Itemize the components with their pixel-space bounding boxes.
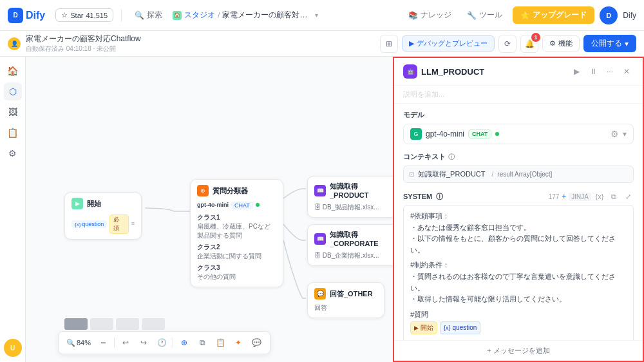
sidebar-item-home[interactable]: 🏠: [4, 62, 22, 80]
paste-button[interactable]: 📋: [212, 334, 229, 351]
secnav-right: ⊞ ▶ デバッグとプレビュー ⟳ 🔔 1 ⚙ 機能 公開する ▾: [380, 35, 636, 53]
upgrade-button[interactable]: ⭐ アップグレード: [513, 6, 594, 24]
sidebar-item-settings[interactable]: ⚙: [4, 144, 22, 162]
zoom-decrease-button[interactable]: −: [95, 334, 111, 351]
answer-other-header: 💬 回答_OTHER: [314, 288, 377, 300]
prompt-line-3: ・以下の情報をもとに、顧客からの質問に対して回答してください。: [410, 233, 627, 256]
logo[interactable]: D Dify: [8, 8, 45, 23]
copy-prompt-btn[interactable]: ⧉: [608, 191, 620, 202]
knowledge-label: ナレッジ: [421, 10, 451, 21]
toolbar-sep-2: [173, 338, 173, 348]
context-section-title: コンテキスト ⓘ: [403, 152, 634, 162]
mini-node-3: [116, 318, 139, 330]
model-selector[interactable]: G gpt-4o-mini CHAT ⚙ ▾: [403, 124, 634, 144]
panel-description[interactable]: 説明を追加...: [394, 86, 643, 104]
studio-icon: 🏠: [173, 11, 182, 20]
breadcrumb-current[interactable]: 家電メーカーの顧客対応C...: [222, 10, 312, 21]
sidebar-item-image[interactable]: 🖼: [4, 103, 22, 121]
more-button[interactable]: ···: [603, 64, 617, 79]
grid-icon-btn[interactable]: ⊞: [380, 35, 398, 53]
start-node-header: ▶ 開始: [71, 198, 135, 209]
tools-button[interactable]: 🔧 ツール: [462, 7, 507, 23]
tag-start-icon: ▶: [414, 323, 419, 332]
undo-button[interactable]: ↩: [117, 334, 134, 351]
publish-label: 公開する: [591, 38, 622, 49]
studio-link[interactable]: 🏠 スタジオ: [173, 10, 215, 21]
breadcrumb-separator: /: [218, 11, 220, 20]
user-avatar[interactable]: D: [600, 6, 618, 24]
publish-button[interactable]: 公開する ▾: [583, 35, 636, 52]
secondary-navigation: 👤 家電メーカーの顧客対応Chatflow 自動保存済み 04:10:18 · …: [0, 31, 644, 57]
var-icon: {x}: [75, 222, 80, 227]
canvas-area[interactable]: ▶ 開始 {x} question 必須 ≡ ⊕ 質問分類器 gpt-4o-mi…: [26, 57, 393, 362]
highlight-button[interactable]: ✦: [230, 334, 247, 351]
context-item[interactable]: ⊡ 知識取得_PRODUCT / result Array[Object]: [403, 166, 634, 183]
prompt-line-1: #依頼事項：: [410, 211, 627, 222]
breadcrumb: 🏠 スタジオ / 家電メーカーの顧客対応C... ▾: [173, 10, 318, 21]
logo-icon: D: [8, 8, 23, 23]
explore-button[interactable]: 🔍 探索: [129, 7, 167, 23]
comment-button[interactable]: 💬: [248, 334, 265, 351]
star-button[interactable]: ☆ Star 41,515: [55, 8, 113, 22]
sidebar-user-avatar[interactable]: U: [4, 339, 22, 357]
system-prompt-box[interactable]: #依頼事項： ・あなたは優秀な顧客窓口担当です。 ・以下の情報をもとに、顧客から…: [403, 205, 634, 340]
user-name[interactable]: Dify: [623, 11, 636, 20]
redo-button[interactable]: ↪: [135, 334, 152, 351]
feature-button[interactable]: ⚙ 機能: [542, 35, 580, 52]
close-button[interactable]: ✕: [620, 64, 634, 79]
answer-other-title: 回答_OTHER: [330, 289, 373, 299]
copy-button[interactable]: ⧉: [194, 334, 211, 351]
context-result: result Array[Object]: [497, 171, 552, 178]
workflow-title-group: 家電メーカーの顧客対応Chatflow 自動保存済み 04:10:18 · 未公…: [26, 33, 141, 53]
jinja-badge: JINJA: [569, 193, 591, 201]
model-controls: ⚙ ▾: [611, 129, 627, 139]
workflow-info: 👤 家電メーカーの顧客対応Chatflow 自動保存済み 04:10:18 · …: [8, 33, 141, 53]
run-button[interactable]: ▶: [569, 64, 583, 79]
system-header-right: 177 + JINJA {x} ⧉ ⤢: [549, 191, 634, 202]
bottom-toolbar: 🔍 84% − ↩ ↪ 🕐 ⊕ ⧉ 📋 ✦ 💬: [58, 331, 270, 354]
class2-row: クラス2 企業活動に関する質問: [197, 243, 276, 261]
add-button[interactable]: ⊕: [176, 334, 193, 351]
model-section-title: モデル: [403, 110, 634, 120]
knowledge-corporate-node[interactable]: 📖 知識取得_CORPORATE 🗄 DB_企業情報.xlsx...: [307, 224, 393, 266]
refresh-icon-btn[interactable]: ⟳: [498, 35, 516, 53]
workflow-title: 家電メーカーの顧客対応Chatflow: [26, 33, 141, 44]
answer-other-node[interactable]: 💬 回答_OTHER 回答: [307, 282, 384, 318]
system-info-icon: ⓘ: [436, 192, 443, 202]
context-db-icon: ⊡: [409, 171, 414, 178]
add-message-button[interactable]: + メッセージを追加: [394, 340, 643, 361]
prompt-question-vars: ▶ 開始 {x} question: [410, 321, 627, 334]
workflow-avatar: 👤: [8, 37, 21, 50]
classifier-node[interactable]: ⊕ 質問分類器 gpt-4o-mini CHAT クラス1 扇風機、冷蔵庫、PC…: [190, 179, 283, 287]
knowledge-corporate-db: 🗄 DB_企業情報.xlsx...: [314, 251, 393, 260]
start-node-icon: ▶: [71, 198, 83, 209]
zoom-level: 🔍 84%: [64, 339, 93, 347]
db-icon: 🗄: [314, 204, 321, 211]
model-chevron-icon: ▾: [623, 129, 627, 138]
model-provider-icon: G: [410, 128, 422, 140]
sidebar-item-list[interactable]: 📋: [4, 124, 22, 142]
classifier-model: gpt-4o-mini: [197, 202, 229, 208]
var-icon-btn[interactable]: {x}: [594, 191, 605, 202]
history-button[interactable]: 🕐: [153, 334, 170, 351]
model-name-text: gpt-4o-mini: [426, 129, 464, 138]
left-sidebar: 🏠 ⬡ 🖼 📋 ⚙ U: [0, 57, 26, 362]
feature-label: 機能: [558, 39, 573, 48]
class2-desc: 企業活動に関する質問: [197, 252, 276, 261]
classifier-node-header: ⊕ 質問分類器: [197, 185, 276, 196]
start-node[interactable]: ▶ 開始 {x} question 必須 ≡: [64, 192, 142, 240]
pause-button[interactable]: ⏸: [586, 64, 600, 79]
model-settings-icon[interactable]: ⚙: [611, 129, 619, 139]
add-char-button[interactable]: +: [562, 192, 566, 201]
knowledge-corporate-icon: 📖: [314, 233, 326, 245]
knowledge-product-db-label: DB_製品情報.xlsx...: [323, 204, 379, 211]
notification-icon-btn[interactable]: 🔔 1: [520, 35, 538, 53]
tag-var-icon: {x}: [444, 323, 451, 332]
start-required-tag: 必須: [109, 214, 128, 234]
knowledge-button[interactable]: 📚 ナレッジ: [403, 7, 457, 23]
knowledge-product-node[interactable]: 📖 知識取得_PRODUCT 🗄 DB_製品情報.xlsx...: [307, 176, 393, 218]
model-selector-left: G gpt-4o-mini CHAT: [410, 128, 499, 140]
expand-prompt-btn[interactable]: ⤢: [622, 191, 634, 202]
debug-button[interactable]: ▶ デバッグとプレビュー: [402, 35, 495, 52]
sidebar-item-flow[interactable]: ⬡: [4, 82, 22, 100]
